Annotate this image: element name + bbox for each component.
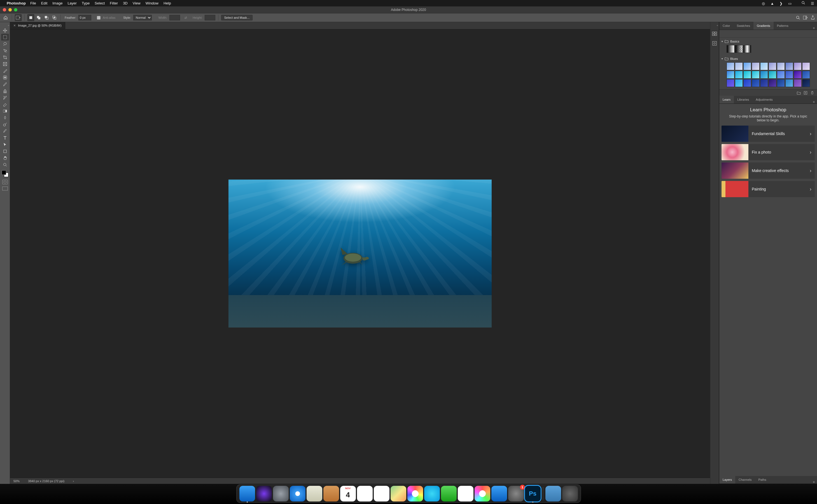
dock-app-reminders[interactable] bbox=[374, 486, 389, 501]
tab-learn[interactable]: Learn bbox=[719, 96, 734, 103]
dock-app-maps[interactable] bbox=[391, 486, 406, 501]
dock-app-mail[interactable] bbox=[307, 486, 322, 501]
quick-select-tool[interactable] bbox=[1, 47, 9, 54]
zoom-readout[interactable]: 50% bbox=[13, 479, 20, 483]
screen-mode-toggle[interactable] bbox=[2, 187, 8, 190]
healing-tool[interactable] bbox=[1, 74, 9, 81]
path-select-tool[interactable] bbox=[1, 141, 9, 148]
tab-paths[interactable]: Paths bbox=[755, 476, 770, 484]
gradient-swatch[interactable] bbox=[794, 62, 802, 70]
dock-expand-handle[interactable]: « bbox=[710, 24, 719, 27]
screen-mirroring-icon[interactable]: ▭ bbox=[788, 1, 792, 6]
dock-app-news[interactable] bbox=[458, 486, 473, 501]
dock-app-finder[interactable] bbox=[240, 486, 255, 501]
canvas-viewport[interactable] bbox=[10, 29, 710, 478]
gradient-swatch[interactable] bbox=[760, 71, 768, 79]
crop-tool[interactable] bbox=[1, 54, 9, 61]
menu-help[interactable]: Help bbox=[163, 1, 171, 5]
dimensions-readout[interactable]: 3840 px x 2160 px (72 ppi) bbox=[28, 479, 64, 483]
spotlight-icon[interactable] bbox=[797, 1, 806, 6]
dodge-tool[interactable] bbox=[1, 121, 9, 128]
lasso-tool[interactable] bbox=[1, 41, 9, 47]
dock-app-photoshop[interactable]: Ps bbox=[525, 486, 541, 501]
gradient-swatch[interactable] bbox=[743, 62, 751, 70]
window-maximize-button[interactable] bbox=[14, 8, 17, 11]
selection-add-button[interactable] bbox=[35, 14, 42, 21]
search-icon[interactable] bbox=[796, 15, 800, 20]
gradient-swatch[interactable] bbox=[735, 62, 743, 70]
gradient-swatch[interactable] bbox=[777, 62, 785, 70]
select-and-mask-button[interactable]: Select and Mask... bbox=[221, 15, 253, 20]
move-tool[interactable] bbox=[1, 27, 9, 34]
control-center-icon[interactable]: ☰ bbox=[811, 1, 814, 6]
dock-app-safari[interactable] bbox=[290, 486, 306, 501]
gradient-tool[interactable] bbox=[1, 108, 9, 114]
tab-color[interactable]: Color bbox=[719, 22, 733, 30]
frame-tool[interactable] bbox=[1, 61, 9, 67]
menu-select[interactable]: Select bbox=[95, 1, 105, 5]
style-select[interactable]: Normal bbox=[133, 15, 152, 20]
notification-icon[interactable]: ▲ bbox=[771, 1, 774, 6]
gradient-swatch[interactable] bbox=[735, 71, 743, 79]
gradient-swatch[interactable] bbox=[769, 62, 776, 70]
gradient-swatch[interactable] bbox=[727, 45, 734, 53]
dock-app-downloads[interactable] bbox=[545, 486, 561, 501]
gradient-swatch[interactable] bbox=[735, 45, 743, 53]
gradient-swatch[interactable] bbox=[743, 71, 751, 79]
gradient-swatch[interactable] bbox=[743, 79, 751, 87]
gradient-swatch[interactable] bbox=[785, 62, 793, 70]
panel-menu-icon[interactable]: ≡ bbox=[811, 26, 817, 30]
gradient-swatch[interactable] bbox=[769, 71, 776, 79]
menu-edit[interactable]: Edit bbox=[41, 1, 47, 5]
gradient-swatch[interactable] bbox=[727, 71, 734, 79]
gradient-swatch[interactable] bbox=[752, 71, 760, 79]
menu-image[interactable]: Image bbox=[52, 1, 62, 5]
statusbar-flyout-icon[interactable]: › bbox=[73, 479, 74, 483]
type-tool[interactable] bbox=[1, 135, 9, 141]
canvas[interactable] bbox=[229, 180, 492, 328]
marquee-preset-dropdown[interactable] bbox=[15, 14, 22, 21]
document-tab[interactable]: × Image_27.jpg @ 50% (RGB/8#) bbox=[10, 22, 65, 29]
dock-app-photos[interactable] bbox=[407, 486, 423, 501]
gradient-swatch[interactable] bbox=[802, 62, 810, 70]
gradient-swatch[interactable] bbox=[794, 71, 802, 79]
tab-libraries[interactable]: Libraries bbox=[734, 96, 752, 103]
brush-tool[interactable] bbox=[1, 81, 9, 88]
gradient-swatch[interactable] bbox=[735, 79, 743, 87]
eraser-tool[interactable] bbox=[1, 101, 9, 108]
gradient-group-header[interactable]: ▾Basics bbox=[722, 38, 815, 44]
panel-menu-icon[interactable]: ≡ bbox=[811, 100, 817, 103]
menu-type[interactable]: Type bbox=[82, 1, 90, 5]
eyedropper-tool[interactable] bbox=[1, 67, 9, 74]
learn-tutorial-item[interactable]: Fix a photo› bbox=[722, 144, 815, 160]
dock-app-music[interactable] bbox=[475, 486, 490, 501]
dock-app-launchpad[interactable] bbox=[273, 486, 289, 501]
bluetooth-icon[interactable]: ❯ bbox=[780, 1, 783, 6]
workspace-switcher-icon[interactable] bbox=[803, 16, 808, 20]
history-panel-icon[interactable] bbox=[712, 31, 717, 37]
window-minimize-button[interactable] bbox=[8, 8, 12, 11]
close-tab-icon[interactable]: × bbox=[13, 23, 16, 28]
tab-patterns[interactable]: Patterns bbox=[774, 22, 792, 30]
window-close-button[interactable] bbox=[3, 8, 6, 11]
new-gradient-icon[interactable] bbox=[804, 91, 807, 95]
dock-app-facetime[interactable] bbox=[441, 486, 457, 501]
menu-layer[interactable]: Layer bbox=[67, 1, 77, 5]
menu-filter[interactable]: Filter bbox=[110, 1, 118, 5]
zoom-tool[interactable] bbox=[1, 161, 9, 168]
dock-app-siri[interactable] bbox=[256, 486, 272, 501]
toolbar-collapse-handle[interactable]: » bbox=[0, 24, 10, 27]
home-button[interactable] bbox=[2, 14, 9, 21]
selection-new-button[interactable] bbox=[27, 14, 34, 21]
gradient-group-header[interactable]: ▾Blues bbox=[722, 56, 815, 62]
stamp-tool[interactable] bbox=[1, 88, 9, 94]
dock-app-notes[interactable] bbox=[357, 486, 373, 501]
app-menu[interactable]: Photoshop bbox=[7, 1, 26, 5]
quick-mask-toggle[interactable] bbox=[2, 180, 8, 184]
gradient-search-row[interactable] bbox=[719, 30, 817, 38]
tab-adjustments[interactable]: Adjustments bbox=[752, 96, 776, 103]
selection-subtract-button[interactable] bbox=[43, 14, 50, 21]
blur-tool[interactable] bbox=[1, 114, 9, 121]
gradient-swatch[interactable] bbox=[777, 79, 785, 87]
history-brush-tool[interactable] bbox=[1, 94, 9, 101]
